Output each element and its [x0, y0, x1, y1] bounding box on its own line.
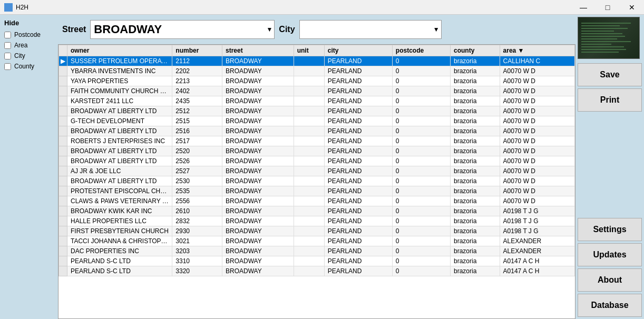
county-label: County [14, 63, 34, 70]
cell-postcode: 0 [392, 246, 450, 256]
cell-owner: HALLE PROPERTIES LLC [67, 216, 172, 226]
settings-button[interactable]: Settings [578, 218, 642, 241]
street-input[interactable] [90, 20, 275, 39]
city-checkbox-item[interactable]: City [4, 52, 54, 59]
county-checkbox[interactable] [4, 63, 11, 70]
updates-button[interactable]: Updates [578, 243, 642, 266]
table-scroll[interactable]: owner number street unit city postcode c… [58, 45, 575, 318]
cell-postcode: 0 [392, 136, 450, 146]
table-row[interactable]: G-TECH DEVELOPMENT2515BROADWAYPEARLAND0b… [59, 116, 575, 126]
area-checkbox[interactable] [4, 42, 11, 49]
col-city[interactable]: city [324, 45, 392, 56]
table-row[interactable]: BROADWAY AT LIBERTY LTD2520BROADWAYPEARL… [59, 146, 575, 156]
cell-street: BROADWAY [222, 246, 294, 256]
cell-area: A0198 T J G [500, 226, 574, 236]
table-row[interactable]: ▶SUSSER PETROLEUM OPERATING COMPANY LLC2… [59, 56, 575, 66]
col-county[interactable]: county [450, 45, 500, 56]
cell-unit [294, 266, 324, 276]
cell-unit [294, 216, 324, 226]
table-row[interactable]: CLAWS & PAWS VETERINARY HOSPITAL PC2556B… [59, 196, 575, 206]
cell-city: PEARLAND [324, 116, 392, 126]
thumbnail-image [578, 17, 639, 58]
col-postcode[interactable]: postcode [392, 45, 450, 56]
table-row[interactable]: YBARRA INVESTMENTS INC2202BROADWAYPEARLA… [59, 66, 575, 76]
cell-street: BROADWAY [222, 126, 294, 136]
cell-unit [294, 126, 324, 136]
col-number[interactable]: number [172, 45, 222, 56]
cell-unit [294, 226, 324, 236]
table-row[interactable]: ROBERTS J ENTERPRISES INC2517BROADWAYPEA… [59, 136, 575, 146]
col-street[interactable]: street [222, 45, 294, 56]
cell-city: PEARLAND [324, 206, 392, 216]
table-row[interactable]: PEARLAND S-C LTD3320BROADWAYPEARLAND0bra… [59, 266, 575, 276]
search-bar: Street ▼ City ▼ [58, 15, 575, 44]
table-row[interactable]: FAITH COMMUNITY CHURCH OF PEARLAND INC24… [59, 86, 575, 96]
cell-area: A0070 W D [500, 166, 574, 176]
street-select-wrapper[interactable]: ▼ [90, 20, 275, 39]
cell-area: A0198 T J G [500, 216, 574, 226]
table-row[interactable]: BROADWAY AT LIBERTY LTD2512BROADWAYPEARL… [59, 106, 575, 116]
cell-indicator [59, 106, 67, 116]
save-button[interactable]: Save [578, 63, 642, 86]
table-row[interactable]: PEARLAND S-C LTD3310BROADWAYPEARLAND0bra… [59, 256, 575, 266]
table-row[interactable]: AJ JR & JOE LLC2527BROADWAYPEARLAND0braz… [59, 166, 575, 176]
cell-street: BROADWAY [222, 156, 294, 166]
cell-city: PEARLAND [324, 166, 392, 176]
cell-street: BROADWAY [222, 66, 294, 76]
cell-indicator [59, 206, 67, 216]
minimize-button[interactable]: — [571, 0, 596, 15]
table-row[interactable]: BROADWAY AT LIBERTY LTD2530BROADWAYPEARL… [59, 176, 575, 186]
county-checkbox-item[interactable]: County [4, 63, 54, 70]
cell-street: BROADWAY [222, 96, 294, 106]
cell-area: A0070 W D [500, 86, 574, 96]
cell-number: 3021 [172, 236, 222, 246]
cell-county: brazoria [450, 186, 500, 196]
cell-number: 2556 [172, 196, 222, 206]
left-sidebar: Hide Postcode Area City County [0, 15, 58, 319]
table-row[interactable]: BROADWAY AT LIBERTY LTD2526BROADWAYPEARL… [59, 156, 575, 166]
cell-city: PEARLAND [324, 126, 392, 136]
cell-indicator [59, 256, 67, 266]
cell-owner: DAC PROPERTIES INC [67, 246, 172, 256]
col-area[interactable]: area ▼ [500, 45, 574, 56]
table-row[interactable]: TACCI JOHANNA & CHRISTOPHER J3021BROADWA… [59, 236, 575, 246]
table-row[interactable]: KARSTEDT 2411 LLC2435BROADWAYPEARLAND0br… [59, 96, 575, 106]
about-button[interactable]: About [578, 268, 642, 292]
col-owner[interactable]: owner [67, 45, 172, 56]
city-input[interactable] [299, 20, 442, 39]
table-row[interactable]: PROTESTANT EPISCOPAL CHUR2535BROADWAYPEA… [59, 186, 575, 196]
cell-city: PEARLAND [324, 246, 392, 256]
table-row[interactable]: BROADWAY KWIK KAR INC2610BROADWAYPEARLAN… [59, 206, 575, 216]
postcode-checkbox[interactable] [4, 32, 11, 38]
cell-city: PEARLAND [324, 186, 392, 196]
cell-county: brazoria [450, 116, 500, 126]
cell-postcode: 0 [392, 156, 450, 166]
cell-county: brazoria [450, 106, 500, 116]
maximize-button[interactable]: □ [596, 0, 620, 15]
cell-number: 3203 [172, 246, 222, 256]
cell-number: 2512 [172, 106, 222, 116]
postcode-checkbox-item[interactable]: Postcode [4, 31, 54, 38]
city-select-wrapper[interactable]: ▼ [299, 20, 442, 39]
cell-owner: PEARLAND S-C LTD [67, 266, 172, 276]
table-row[interactable]: DAC PROPERTIES INC3203BROADWAYPEARLAND0b… [59, 246, 575, 256]
cell-owner: FAITH COMMUNITY CHURCH OF PEARLAND INC [67, 86, 172, 96]
area-checkbox-item[interactable]: Area [4, 42, 54, 49]
print-button[interactable]: Print [578, 88, 642, 112]
col-unit[interactable]: unit [294, 45, 324, 56]
cell-postcode: 0 [392, 166, 450, 176]
cell-number: 3320 [172, 266, 222, 276]
table-row[interactable]: HALLE PROPERTIES LLC2832BROADWAYPEARLAND… [59, 216, 575, 226]
close-button[interactable]: ✕ [620, 0, 644, 15]
cell-postcode: 0 [392, 56, 450, 66]
table-row[interactable]: BROADWAY AT LIBERTY LTD2516BROADWAYPEARL… [59, 126, 575, 136]
table-row[interactable]: YAYA PROPERTIES2213BROADWAYPEARLAND0braz… [59, 76, 575, 86]
cell-postcode: 0 [392, 226, 450, 236]
table-row[interactable]: FIRST PRESBYTERIAN CHURCH2930BROADWAYPEA… [59, 226, 575, 236]
cell-street: BROADWAY [222, 76, 294, 86]
cell-city: PEARLAND [324, 236, 392, 246]
cell-indicator [59, 66, 67, 76]
city-checkbox[interactable] [4, 53, 11, 59]
window-controls: — □ ✕ [571, 0, 644, 15]
database-button[interactable]: Database [578, 294, 642, 317]
